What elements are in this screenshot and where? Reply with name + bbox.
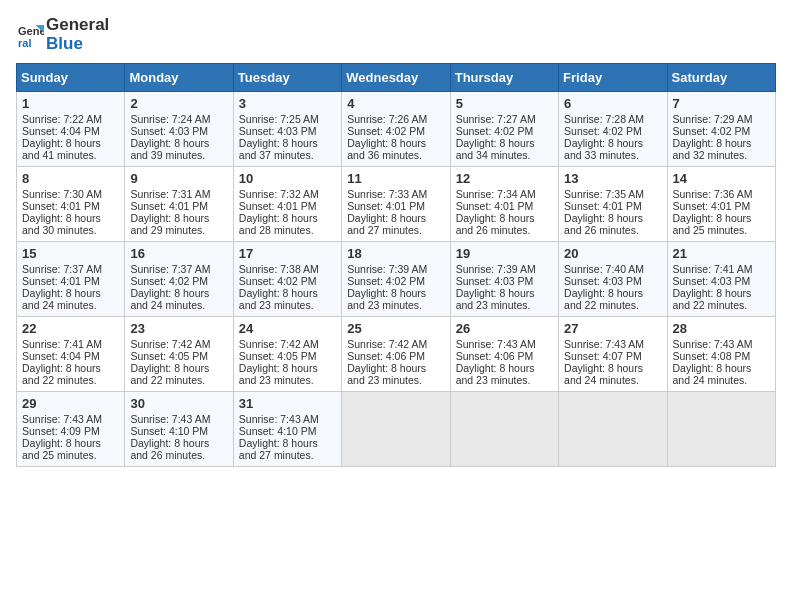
logo-text-line2: Blue — [46, 35, 109, 54]
sunset-text: Sunset: 4:01 PM — [564, 200, 642, 212]
day-number: 6 — [564, 96, 662, 111]
day-number: 21 — [673, 246, 771, 261]
sunset-text: Sunset: 4:06 PM — [456, 350, 534, 362]
day-number: 15 — [22, 246, 120, 261]
daylight-text: Daylight: 8 hours and 27 minutes. — [347, 212, 426, 236]
daylight-text: Daylight: 8 hours and 26 minutes. — [130, 437, 209, 461]
calendar-table: SundayMondayTuesdayWednesdayThursdayFrid… — [16, 63, 776, 467]
sunrise-text: Sunrise: 7:31 AM — [130, 188, 210, 200]
sunset-text: Sunset: 4:01 PM — [673, 200, 751, 212]
sunrise-text: Sunrise: 7:24 AM — [130, 113, 210, 125]
sunset-text: Sunset: 4:03 PM — [673, 275, 751, 287]
sunrise-text: Sunrise: 7:42 AM — [239, 338, 319, 350]
day-header-tuesday: Tuesday — [233, 64, 341, 92]
daylight-text: Daylight: 8 hours and 26 minutes. — [564, 212, 643, 236]
daylight-text: Daylight: 8 hours and 23 minutes. — [347, 287, 426, 311]
sunset-text: Sunset: 4:10 PM — [130, 425, 208, 437]
daylight-text: Daylight: 8 hours and 26 minutes. — [456, 212, 535, 236]
daylight-text: Daylight: 8 hours and 30 minutes. — [22, 212, 101, 236]
sunset-text: Sunset: 4:04 PM — [22, 350, 100, 362]
sunrise-text: Sunrise: 7:43 AM — [22, 413, 102, 425]
daylight-text: Daylight: 8 hours and 36 minutes. — [347, 137, 426, 161]
sunrise-text: Sunrise: 7:43 AM — [673, 338, 753, 350]
calendar-cell: 11 Sunrise: 7:33 AM Sunset: 4:01 PM Dayl… — [342, 167, 450, 242]
logo-icon: Gene ral — [16, 21, 44, 49]
calendar-cell: 1 Sunrise: 7:22 AM Sunset: 4:04 PM Dayli… — [17, 92, 125, 167]
daylight-text: Daylight: 8 hours and 24 minutes. — [130, 287, 209, 311]
daylight-text: Daylight: 8 hours and 33 minutes. — [564, 137, 643, 161]
calendar-cell: 3 Sunrise: 7:25 AM Sunset: 4:03 PM Dayli… — [233, 92, 341, 167]
calendar-cell: 19 Sunrise: 7:39 AM Sunset: 4:03 PM Dayl… — [450, 242, 558, 317]
sunset-text: Sunset: 4:03 PM — [456, 275, 534, 287]
day-number: 16 — [130, 246, 228, 261]
calendar-cell: 13 Sunrise: 7:35 AM Sunset: 4:01 PM Dayl… — [559, 167, 667, 242]
calendar-cell: 12 Sunrise: 7:34 AM Sunset: 4:01 PM Dayl… — [450, 167, 558, 242]
day-number: 25 — [347, 321, 445, 336]
calendar-cell: 4 Sunrise: 7:26 AM Sunset: 4:02 PM Dayli… — [342, 92, 450, 167]
calendar-week-row: 1 Sunrise: 7:22 AM Sunset: 4:04 PM Dayli… — [17, 92, 776, 167]
daylight-text: Daylight: 8 hours and 24 minutes. — [22, 287, 101, 311]
day-number: 29 — [22, 396, 120, 411]
calendar-cell: 8 Sunrise: 7:30 AM Sunset: 4:01 PM Dayli… — [17, 167, 125, 242]
logo-text-line1: General — [46, 16, 109, 35]
sunrise-text: Sunrise: 7:30 AM — [22, 188, 102, 200]
day-header-wednesday: Wednesday — [342, 64, 450, 92]
calendar-cell: 6 Sunrise: 7:28 AM Sunset: 4:02 PM Dayli… — [559, 92, 667, 167]
sunrise-text: Sunrise: 7:41 AM — [673, 263, 753, 275]
day-number: 3 — [239, 96, 337, 111]
calendar-cell: 5 Sunrise: 7:27 AM Sunset: 4:02 PM Dayli… — [450, 92, 558, 167]
daylight-text: Daylight: 8 hours and 23 minutes. — [456, 362, 535, 386]
calendar-cell: 26 Sunrise: 7:43 AM Sunset: 4:06 PM Dayl… — [450, 317, 558, 392]
sunset-text: Sunset: 4:03 PM — [239, 125, 317, 137]
sunset-text: Sunset: 4:02 PM — [347, 125, 425, 137]
sunrise-text: Sunrise: 7:35 AM — [564, 188, 644, 200]
sunset-text: Sunset: 4:02 PM — [239, 275, 317, 287]
calendar-week-row: 29 Sunrise: 7:43 AM Sunset: 4:09 PM Dayl… — [17, 392, 776, 467]
day-number: 17 — [239, 246, 337, 261]
day-number: 13 — [564, 171, 662, 186]
daylight-text: Daylight: 8 hours and 34 minutes. — [456, 137, 535, 161]
sunrise-text: Sunrise: 7:29 AM — [673, 113, 753, 125]
calendar-cell — [559, 392, 667, 467]
calendar-cell: 27 Sunrise: 7:43 AM Sunset: 4:07 PM Dayl… — [559, 317, 667, 392]
day-number: 27 — [564, 321, 662, 336]
day-header-saturday: Saturday — [667, 64, 775, 92]
daylight-text: Daylight: 8 hours and 22 minutes. — [22, 362, 101, 386]
daylight-text: Daylight: 8 hours and 23 minutes. — [239, 362, 318, 386]
day-number: 19 — [456, 246, 554, 261]
day-number: 24 — [239, 321, 337, 336]
daylight-text: Daylight: 8 hours and 28 minutes. — [239, 212, 318, 236]
logo: Gene ral General Blue — [16, 16, 109, 53]
day-number: 31 — [239, 396, 337, 411]
calendar-cell: 9 Sunrise: 7:31 AM Sunset: 4:01 PM Dayli… — [125, 167, 233, 242]
daylight-text: Daylight: 8 hours and 24 minutes. — [673, 362, 752, 386]
sunset-text: Sunset: 4:01 PM — [130, 200, 208, 212]
daylight-text: Daylight: 8 hours and 37 minutes. — [239, 137, 318, 161]
sunrise-text: Sunrise: 7:22 AM — [22, 113, 102, 125]
page-header: Gene ral General Blue — [16, 16, 776, 53]
calendar-cell: 20 Sunrise: 7:40 AM Sunset: 4:03 PM Dayl… — [559, 242, 667, 317]
sunset-text: Sunset: 4:02 PM — [673, 125, 751, 137]
calendar-cell: 25 Sunrise: 7:42 AM Sunset: 4:06 PM Dayl… — [342, 317, 450, 392]
sunset-text: Sunset: 4:02 PM — [564, 125, 642, 137]
sunset-text: Sunset: 4:02 PM — [130, 275, 208, 287]
sunrise-text: Sunrise: 7:27 AM — [456, 113, 536, 125]
sunset-text: Sunset: 4:06 PM — [347, 350, 425, 362]
daylight-text: Daylight: 8 hours and 29 minutes. — [130, 212, 209, 236]
sunrise-text: Sunrise: 7:26 AM — [347, 113, 427, 125]
sunset-text: Sunset: 4:02 PM — [347, 275, 425, 287]
calendar-cell: 28 Sunrise: 7:43 AM Sunset: 4:08 PM Dayl… — [667, 317, 775, 392]
day-number: 4 — [347, 96, 445, 111]
calendar-week-row: 15 Sunrise: 7:37 AM Sunset: 4:01 PM Dayl… — [17, 242, 776, 317]
sunrise-text: Sunrise: 7:38 AM — [239, 263, 319, 275]
sunrise-text: Sunrise: 7:36 AM — [673, 188, 753, 200]
svg-text:ral: ral — [18, 37, 31, 49]
calendar-cell: 14 Sunrise: 7:36 AM Sunset: 4:01 PM Dayl… — [667, 167, 775, 242]
calendar-cell: 18 Sunrise: 7:39 AM Sunset: 4:02 PM Dayl… — [342, 242, 450, 317]
sunset-text: Sunset: 4:03 PM — [564, 275, 642, 287]
calendar-cell — [667, 392, 775, 467]
sunset-text: Sunset: 4:01 PM — [239, 200, 317, 212]
day-number: 26 — [456, 321, 554, 336]
sunrise-text: Sunrise: 7:37 AM — [130, 263, 210, 275]
sunset-text: Sunset: 4:01 PM — [22, 275, 100, 287]
